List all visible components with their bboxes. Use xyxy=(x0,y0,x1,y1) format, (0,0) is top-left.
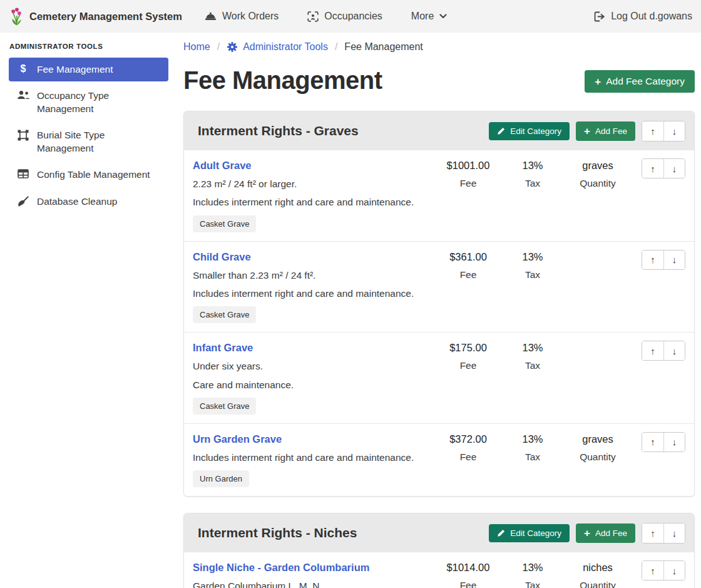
fee-name-link[interactable]: Single Niche - Garden Columbarium xyxy=(193,560,369,574)
logout-button[interactable]: Log Out d.gowans xyxy=(594,11,692,22)
edit-category-label: Edit Category xyxy=(510,529,561,538)
fee-row: Child Grave Smaller than 2.23 m² / 24 ft… xyxy=(184,241,694,333)
quantity-column: niches Quantity xyxy=(563,560,633,588)
fee-category-card: Interment Rights - Niches Edit Category … xyxy=(183,513,695,588)
people-icon xyxy=(16,90,30,100)
edit-category-button[interactable]: Edit Category xyxy=(489,122,570,140)
fee-amount: $1014.00 xyxy=(434,560,503,574)
tax-amount: 13% xyxy=(503,341,563,354)
sidebar-item-fee-management[interactable]: $ Fee Management xyxy=(9,58,168,81)
page-title: Fee Management xyxy=(183,66,382,95)
tax-label: Tax xyxy=(503,580,563,588)
add-fee-label: Add Fee xyxy=(595,529,627,538)
breadcrumb-separator: / xyxy=(217,41,220,53)
sidebar: Administrator Tools $ Fee Management Occ… xyxy=(0,33,176,216)
plus-icon: + xyxy=(595,76,601,87)
vector-square-icon xyxy=(16,130,30,141)
fee-amount-column: $175.00 Fee xyxy=(434,341,503,371)
top-navbar: Cemetery Management System Work Orders xyxy=(0,0,701,33)
breadcrumb-home-link[interactable]: Home xyxy=(183,41,210,53)
fee-type-badge: Casket Grave xyxy=(193,306,256,323)
sidebar-item-label: Occupancy Type Management xyxy=(37,90,162,115)
move-category-down-button[interactable]: ↓ xyxy=(663,524,685,543)
sidebar-item-label: Config Table Management xyxy=(37,168,150,181)
tulip-logo-icon xyxy=(9,7,24,26)
fee-name-link[interactable]: Infant Grave xyxy=(193,341,253,354)
move-fee-down-button[interactable]: ↓ xyxy=(663,250,685,269)
tax-column: 13% Tax xyxy=(503,250,563,281)
category-title: Interment Rights - Graves xyxy=(198,123,483,138)
sidebar-heading: Administrator Tools xyxy=(9,43,168,50)
person-frame-icon xyxy=(307,11,319,22)
move-category-up-button[interactable]: ↑ xyxy=(642,524,663,543)
fee-amount: $1001.00 xyxy=(434,158,503,172)
move-fee-down-button[interactable]: ↓ xyxy=(663,561,685,580)
quantity-column: graves Quantity xyxy=(563,432,633,463)
tax-amount: 13% xyxy=(503,560,563,574)
fee-amount-column: $361.00 Fee xyxy=(434,250,503,281)
fee-description: Garden Columbarium L, M, N. xyxy=(193,580,434,588)
nav-more[interactable]: More xyxy=(411,11,447,22)
edit-category-button[interactable]: Edit Category xyxy=(489,524,570,542)
fee-description: Smaller than 2.23 m² / 24 ft². xyxy=(193,269,434,282)
fee-name-link[interactable]: Adult Grave xyxy=(193,158,252,172)
move-fee-down-button[interactable]: ↓ xyxy=(663,433,685,451)
nav-occupancies[interactable]: Occupancies xyxy=(307,11,382,22)
quantity-unit: niches xyxy=(563,560,633,574)
gear-icon xyxy=(227,41,238,53)
tax-column: 13% Tax xyxy=(503,432,563,463)
sidebar-item-database-cleanup[interactable]: Database Cleanup xyxy=(9,190,168,214)
add-fee-button[interactable]: + Add Fee xyxy=(576,121,635,141)
sidebar-item-burial-site-type-management[interactable]: Burial Site Type Management xyxy=(9,123,168,160)
quantity-unit: graves xyxy=(563,158,633,172)
fee-amount-column: $372.00 Fee xyxy=(434,432,503,463)
tax-column: 13% Tax xyxy=(503,560,563,588)
add-fee-button[interactable]: + Add Fee xyxy=(576,524,635,543)
move-fee-up-button[interactable]: ↑ xyxy=(642,561,663,580)
move-fee-down-button[interactable]: ↓ xyxy=(663,159,685,178)
fee-name-link[interactable]: Urn Garden Grave xyxy=(193,432,282,446)
category-reorder-group: ↑ ↓ xyxy=(642,121,685,142)
sidebar-item-label: Database Cleanup xyxy=(37,195,117,208)
pencil-icon xyxy=(497,127,505,135)
hard-hat-icon xyxy=(205,12,217,21)
fee-row: Infant Grave Under six years. Care and m… xyxy=(184,332,694,423)
add-fee-label: Add Fee xyxy=(595,126,627,136)
pencil-icon xyxy=(497,529,505,537)
sidebar-item-occupancy-type-management[interactable]: Occupancy Type Management xyxy=(9,84,168,121)
quantity-label: Quantity xyxy=(563,451,633,463)
fee-type-badge: Urn Garden xyxy=(193,470,249,487)
tax-amount: 13% xyxy=(503,250,563,264)
fee-label: Fee xyxy=(434,360,503,371)
fee-type-badge: Casket Grave xyxy=(193,215,256,232)
move-fee-up-button[interactable]: ↑ xyxy=(642,159,663,178)
brand-home-link[interactable]: Cemetery Management System xyxy=(9,7,182,26)
move-category-down-button[interactable]: ↓ xyxy=(663,121,685,141)
fee-description: Under six years. xyxy=(193,360,434,373)
category-reorder-group: ↑ ↓ xyxy=(642,523,685,544)
fee-reorder-group: ↑ ↓ xyxy=(642,250,685,270)
dollar-icon: $ xyxy=(16,64,30,74)
fee-type-badge: Casket Grave xyxy=(193,398,256,415)
fee-reorder-group: ↑ ↓ xyxy=(642,158,685,178)
fee-name-link[interactable]: Child Grave xyxy=(193,250,251,264)
fee-reorder-group: ↑ ↓ xyxy=(642,432,685,452)
move-fee-up-button[interactable]: ↑ xyxy=(642,250,663,269)
move-fee-up-button[interactable]: ↑ xyxy=(642,341,663,360)
add-fee-category-button[interactable]: + Add Fee Category xyxy=(585,70,695,93)
nav-work-orders[interactable]: Work Orders xyxy=(205,11,279,22)
move-category-up-button[interactable]: ↑ xyxy=(642,121,663,141)
fee-row: Single Niche - Garden Columbarium Garden… xyxy=(184,552,694,588)
add-fee-category-label: Add Fee Category xyxy=(606,76,685,87)
chevron-down-icon xyxy=(439,14,447,19)
sidebar-item-config-table-management[interactable]: Config Table Management xyxy=(9,163,168,187)
fee-reorder-group: ↑ ↓ xyxy=(642,560,685,580)
tax-label: Tax xyxy=(503,269,563,281)
tax-amount: 13% xyxy=(503,432,563,446)
move-fee-down-button[interactable]: ↓ xyxy=(663,341,685,360)
move-fee-up-button[interactable]: ↑ xyxy=(642,433,663,451)
main-content: Home / Administrator Tool xyxy=(176,33,701,588)
breadcrumb-admin-tools-link[interactable]: Administrator Tools xyxy=(227,41,328,53)
fee-description: Includes interment right and care and ma… xyxy=(193,451,434,464)
nav-item-label: Occupancies xyxy=(324,11,382,22)
